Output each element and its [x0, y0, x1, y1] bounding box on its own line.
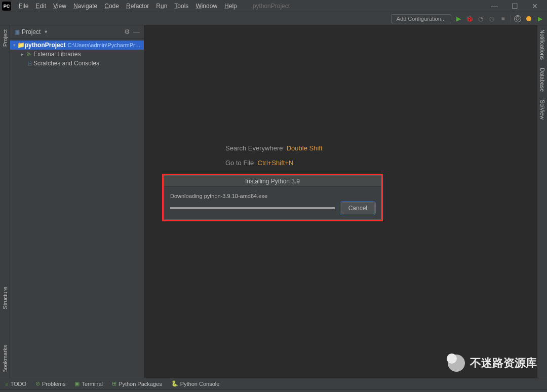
menu-refactor[interactable]: Refactor: [123, 3, 152, 10]
menu-file[interactable]: File: [15, 3, 32, 10]
chevron-down-icon[interactable]: ▼: [44, 29, 48, 34]
add-configuration-button[interactable]: Add Configuration...: [391, 14, 451, 23]
minimize-button[interactable]: —: [484, 2, 504, 10]
profile-icon[interactable]: ◷: [488, 15, 496, 23]
app-icon: PC: [2, 2, 11, 11]
menu-help[interactable]: Help: [221, 3, 241, 10]
python-console-tab[interactable]: 🐍Python Console: [171, 380, 220, 387]
download-message: Downloading python-3.9.10-amd64.exe: [170, 193, 375, 199]
tree-label: External Libraries: [33, 51, 81, 58]
ide-features-icon[interactable]: ▶: [536, 15, 544, 23]
hint-goto-file: Go to File Ctrl+Shift+N: [225, 159, 323, 167]
shortcut: Double Shift: [287, 144, 323, 152]
root-path: C:\Users\admin\PycharmProjects\pyt: [67, 42, 142, 48]
run-icon[interactable]: ▶: [454, 15, 462, 23]
watermark-text: 不迷路资源库: [470, 356, 537, 371]
tree-external-libraries[interactable]: ▸ ⫸ External Libraries: [10, 50, 144, 59]
expand-arrow-icon[interactable]: ▾: [12, 43, 17, 48]
console-icon: 🐍: [171, 380, 178, 387]
menu-bar: PC File Edit View Navigate Code Refactor…: [0, 0, 547, 12]
terminal-tab[interactable]: ▣Terminal: [74, 380, 103, 387]
wechat-icon: [448, 355, 465, 372]
problems-tab[interactable]: ⊘Problems: [35, 380, 65, 387]
close-button[interactable]: ✕: [525, 2, 545, 10]
installing-python-dialog: Installing Python 3.9 Downloading python…: [164, 175, 381, 220]
menu-window[interactable]: Window: [192, 3, 221, 10]
root-name: pythonProject: [25, 42, 66, 49]
status-bar: ☐ Localized PyCharm 2022.1.3 is availabl…: [0, 389, 547, 392]
right-gutter: Notifications Database SciView: [537, 25, 547, 378]
debug-icon[interactable]: 🐞: [465, 15, 474, 23]
updates-icon[interactable]: [525, 15, 533, 23]
project-panel: ▦ Project ▼ ⚙ — ▾ 📁 pythonProject C:\Use…: [10, 25, 144, 378]
hint-search-everywhere: Search Everywhere Double Shift: [225, 144, 323, 152]
toolbar: Add Configuration... ▶ 🐞 ◔ ◷ ■ Q ▶: [0, 12, 547, 25]
panel-title[interactable]: Project: [22, 28, 41, 35]
left-gutter: Project Structure Bookmarks: [0, 25, 10, 378]
todo-tab[interactable]: ≡TODO: [5, 381, 26, 387]
menu-view[interactable]: View: [50, 3, 70, 10]
menu-tools[interactable]: Tools: [171, 3, 192, 10]
menu-navigate[interactable]: Navigate: [70, 3, 101, 10]
bookmarks-tool-tab[interactable]: Bookmarks: [2, 345, 8, 373]
packages-icon: ⊞: [112, 380, 116, 387]
scratches-icon: ⎘: [25, 60, 33, 67]
folder-icon: 📁: [17, 42, 25, 49]
panel-hide-icon[interactable]: —: [133, 28, 140, 35]
database-tool-tab[interactable]: Database: [539, 68, 545, 92]
tree-root[interactable]: ▾ 📁 pythonProject C:\Users\admin\Pycharm…: [10, 41, 144, 50]
structure-tool-tab[interactable]: Structure: [2, 287, 8, 309]
window-title: pythonProject: [253, 3, 290, 10]
panel-settings-icon[interactable]: ⚙: [124, 28, 130, 35]
project-tool-tab[interactable]: Project: [2, 29, 8, 47]
shortcut: Ctrl+Shift+N: [258, 159, 294, 167]
terminal-icon: ▣: [74, 380, 80, 387]
menu-run[interactable]: Run: [152, 3, 171, 10]
search-icon[interactable]: Q: [514, 15, 522, 23]
project-panel-header: ▦ Project ▼ ⚙ —: [10, 25, 144, 38]
coverage-icon[interactable]: ◔: [477, 15, 485, 23]
list-icon: ≡: [5, 381, 8, 387]
notifications-tool-tab[interactable]: Notifications: [539, 29, 545, 60]
maximize-button[interactable]: ☐: [504, 2, 525, 10]
bottom-tool-tabs: ≡TODO ⊘Problems ▣Terminal ⊞Python Packag…: [0, 378, 547, 389]
menu-edit[interactable]: Edit: [32, 3, 50, 10]
cancel-button[interactable]: Cancel: [341, 202, 375, 214]
progress-bar: [170, 207, 335, 209]
separator: [510, 15, 511, 23]
project-icon: ▦: [14, 28, 20, 35]
tree-label: Scratches and Consoles: [33, 60, 99, 67]
tree-scratches[interactable]: ⎘ Scratches and Consoles: [10, 59, 144, 68]
project-tree: ▾ 📁 pythonProject C:\Users\admin\Pycharm…: [10, 38, 144, 70]
expand-arrow-icon[interactable]: ▸: [19, 52, 25, 57]
dialog-title: Installing Python 3.9: [164, 176, 381, 187]
python-packages-tab[interactable]: ⊞Python Packages: [112, 380, 162, 387]
watermark: 不迷路资源库: [448, 355, 537, 372]
sciview-tool-tab[interactable]: SciView: [539, 100, 545, 120]
warning-icon: ⊘: [35, 380, 40, 387]
stop-icon[interactable]: ■: [499, 15, 507, 23]
library-icon: ⫸: [25, 51, 33, 58]
highlight-annotation: Installing Python 3.9 Downloading python…: [162, 174, 383, 221]
menu-code[interactable]: Code: [101, 3, 123, 10]
